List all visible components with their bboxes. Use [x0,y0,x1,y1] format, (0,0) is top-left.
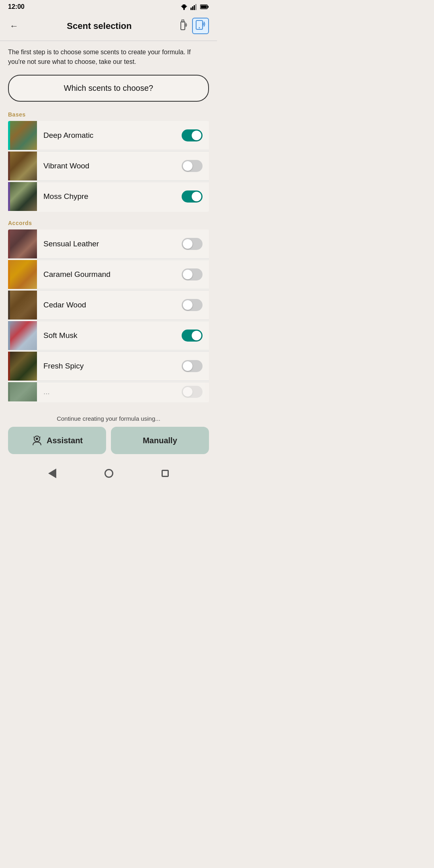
list-item[interactable]: Caramel Gourmand [8,260,209,289]
svg-rect-5 [192,6,193,10]
toggle-knob [183,387,192,397]
list-item[interactable]: Fresh Spicy [8,352,209,381]
scent-name-soft-musk: Soft Musk [37,331,182,340]
svg-rect-9 [208,6,209,8]
page-title: Scent selection [20,21,178,31]
svg-point-18 [36,438,38,440]
bottom-bar: Continue creating your formula using... … [0,410,217,462]
android-nav-bar [0,462,217,485]
back-button[interactable]: ← [8,19,20,33]
scent-name-cedar-wood: Cedar Wood [37,301,182,309]
svg-point-3 [183,8,185,10]
status-time: 12:00 [8,3,25,10]
scent-thumb-partial [8,382,37,401]
toggle-caramel-gourmand[interactable] [182,268,203,280]
svg-rect-6 [194,5,195,10]
scent-thumb-fresh-spicy [8,352,37,381]
header: ← Scent selection [0,14,217,41]
nav-home-button[interactable] [104,469,113,478]
list-item[interactable]: Deep Aromatic [8,121,209,150]
nav-back-button[interactable] [48,469,56,478]
nav-recent-button[interactable] [162,470,169,477]
toggle-partial[interactable] [182,386,203,398]
header-actions [178,18,209,34]
scent-name-partial: ... [37,387,182,396]
toggle-knob [192,192,201,201]
scent-thumb-moss-chypre [8,182,37,211]
scent-name-deep-aromatic: Deep Aromatic [37,131,182,140]
svg-rect-4 [190,8,192,10]
which-scents-button[interactable]: Which scents to choose? [8,75,209,102]
battery-icon [200,4,209,9]
scent-name-moss-chypre: Moss Chypre [37,192,182,201]
list-item[interactable]: Vibrant Wood [8,151,209,181]
scent-thumb-cedar-wood [8,291,37,319]
list-item[interactable]: Sensual Leather [8,229,209,259]
list-item[interactable]: Moss Chypre [8,182,209,211]
toggle-moss-chypre[interactable] [182,190,203,203]
assistant-icon [31,435,43,446]
toggle-knob [192,131,201,140]
toggle-vibrant-wood[interactable] [182,160,203,172]
assistant-button[interactable]: Assistant [8,427,106,454]
action-buttons: Assistant Manually [8,427,209,454]
scent-thumb-vibrant-wood [8,151,37,180]
tablet-active-icon[interactable] [192,18,209,34]
wifi-icon [180,4,188,10]
toggle-knob [183,239,192,249]
list-item[interactable]: Soft Musk [8,321,209,350]
scent-thumb-soft-musk [8,321,37,350]
continue-text: Continue creating your formula using... [8,415,209,422]
scent-thumb-sensual-leather [8,229,37,258]
toggle-knob [183,161,192,171]
toggle-fresh-spicy[interactable] [182,360,203,372]
accords-section-label: Accords [8,220,209,226]
diffuser-icon[interactable] [178,18,187,33]
manually-label: Manually [143,436,177,445]
assistant-label: Assistant [47,436,83,445]
toggle-cedar-wood[interactable] [182,299,203,311]
bases-section: Deep Aromatic Vibrant Wood Moss Chypre [8,121,209,212]
status-bar: 12:00 [0,0,217,14]
scent-thumb-caramel-gourmand [8,260,37,289]
scent-thumb-deep-aromatic [8,121,37,150]
intro-text: The first step is to choose some scents … [8,47,209,67]
accords-section: Sensual Leather Caramel Gourmand Cedar [8,229,209,402]
bases-section-label: Bases [8,111,209,118]
toggle-soft-musk[interactable] [182,330,203,342]
svg-rect-10 [201,6,207,8]
toggle-sensual-leather[interactable] [182,238,203,250]
toggle-knob [192,331,201,340]
svg-rect-7 [195,4,197,10]
scent-name-fresh-spicy: Fresh Spicy [37,362,182,371]
scent-name-caramel-gourmand: Caramel Gourmand [37,270,182,279]
toggle-knob [183,270,192,279]
list-item[interactable]: Cedar Wood [8,291,209,320]
manually-button[interactable]: Manually [111,427,209,454]
status-icons [180,4,209,10]
scent-name-vibrant-wood: Vibrant Wood [37,162,182,170]
signal-icon [190,4,198,10]
list-item[interactable]: ... [8,382,209,401]
main-content: The first step is to choose some scents … [0,47,217,402]
toggle-knob [183,300,192,310]
svg-rect-11 [181,22,185,30]
scent-name-sensual-leather: Sensual Leather [37,240,182,248]
header-divider [0,41,217,41]
toggle-deep-aromatic[interactable] [182,129,203,141]
svg-point-16 [199,27,200,29]
toggle-knob [183,361,192,371]
